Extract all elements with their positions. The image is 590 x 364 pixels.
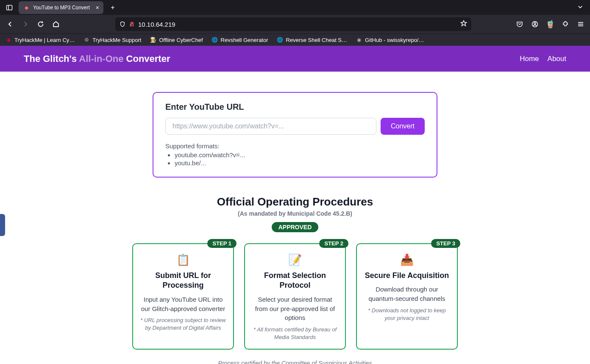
converter-card: Enter YouTube URL Convert Supported form…: [153, 92, 437, 178]
insecure-lock-icon: [129, 21, 135, 27]
bookmark-tryhackme-support[interactable]: ⚙ TryHackMe Support: [81, 36, 143, 44]
convert-button[interactable]: Convert: [381, 118, 425, 135]
browser-tab[interactable]: ◆ YouTube to MP3 Convert ×: [19, 1, 103, 14]
supported-item: youtu.be/...: [175, 159, 425, 167]
bookmarks-bar: ◆ TryHackMe | Learn Cy… ⚙ TryHackMe Supp…: [0, 33, 590, 46]
bookmark-favicon-icon: ◉: [356, 36, 362, 43]
procedures-title: Official Operating Procedures: [0, 195, 590, 208]
edge-widget[interactable]: [0, 214, 5, 236]
clipboard-icon: 📋: [140, 253, 226, 267]
shield-icon: [120, 21, 125, 27]
brand-text-prefix: The Glitch's: [24, 53, 79, 64]
reload-button[interactable]: [34, 17, 47, 31]
step-desc: Input any YouTube URL into our Glitch-ap…: [140, 295, 226, 314]
step-title: Submit URL for Processing: [140, 271, 226, 291]
nav-about[interactable]: About: [548, 55, 566, 63]
svg-point-6: [534, 22, 536, 24]
url-bar[interactable]: 10.10.64.219: [115, 17, 471, 31]
home-button[interactable]: [49, 17, 63, 31]
close-tab-button[interactable]: ×: [96, 4, 99, 11]
svg-rect-0: [7, 5, 12, 10]
bookmark-favicon-icon: ◆: [5, 36, 12, 43]
step-title: Format Selection Protocol: [252, 271, 338, 291]
inbox-icon: 📥: [364, 253, 450, 267]
bookmark-cyberchef[interactable]: 👨‍🍳 Offline CyberChef: [148, 36, 204, 44]
step-badge: STEP 1: [207, 239, 237, 248]
site-brand[interactable]: The Glitch's All-in-One Converter: [24, 53, 170, 64]
new-tab-button[interactable]: +: [107, 2, 119, 14]
step-title: Secure File Acquisition: [364, 271, 450, 281]
footer-note-1: Process certified by the Committee of Su…: [0, 359, 590, 364]
card-title: Enter YouTube URL: [165, 102, 425, 112]
tab-favicon-icon: ◆: [23, 4, 30, 11]
extension-noscript-icon[interactable]: 🧋: [544, 18, 556, 30]
forward-button[interactable]: [19, 17, 32, 31]
browser-toolbar: 10.10.64.219 🧋: [0, 15, 590, 33]
bookmark-label: Revshell Generator: [221, 37, 268, 43]
back-button[interactable]: [3, 17, 17, 31]
brand-text-highlight: All-in-One: [79, 53, 123, 64]
bookmark-label: Reverse Shell Cheat S…: [286, 37, 348, 43]
youtube-url-input[interactable]: [165, 118, 376, 135]
page-content: The Glitch's All-in-One Converter Home A…: [0, 46, 590, 364]
bookmark-label: GitHub - swisskyrepo/…: [365, 37, 424, 43]
supported-formats: Supported formats: youtube.com/watch?v=.…: [165, 142, 425, 167]
supported-label: Supported formats:: [165, 142, 425, 150]
step-desc: Download through our quantum-secured cha…: [364, 285, 450, 303]
list-tabs-button[interactable]: [577, 4, 583, 11]
bookmark-star-icon[interactable]: [460, 20, 467, 28]
step-note: * All formats certified by Bureau of Med…: [252, 326, 338, 341]
nav-home[interactable]: Home: [520, 55, 539, 63]
pocket-icon[interactable]: [514, 18, 526, 30]
bookmark-revshell[interactable]: 🌐 Revshell Generator: [210, 36, 270, 44]
step-desc: Select your desired format from our pre-…: [252, 295, 338, 322]
step-note: * Downloads not logged to keep your priv…: [364, 307, 450, 322]
bookmark-github[interactable]: ◉ GitHub - swisskyrepo/…: [354, 36, 426, 44]
svg-marker-4: [461, 21, 467, 26]
tab-title: YouTube to MP3 Convert: [33, 5, 92, 11]
bookmark-favicon-icon: ⚙: [83, 36, 90, 43]
step-card-1: STEP 1 📋 Submit URL for Processing Input…: [132, 243, 234, 350]
bookmark-label: TryHackMe | Learn Cy…: [14, 37, 75, 43]
bookmark-tryhackme[interactable]: ◆ TryHackMe | Learn Cy…: [3, 36, 76, 44]
step-card-2: STEP 2 📝 Format Selection Protocol Selec…: [244, 243, 346, 350]
bookmark-favicon-icon: 🌐: [277, 36, 284, 43]
menu-icon[interactable]: [575, 18, 587, 30]
step-badge: STEP 2: [319, 239, 348, 248]
brand-text-suffix: Converter: [123, 53, 170, 64]
bookmark-revshell-cheat[interactable]: 🌐 Reverse Shell Cheat S…: [275, 36, 349, 44]
memo-icon: 📝: [252, 253, 338, 267]
steps-row: STEP 1 📋 Submit URL for Processing Input…: [132, 243, 458, 350]
step-card-3: STEP 3 📥 Secure File Acquisition Downloa…: [356, 243, 458, 350]
procedures-subtitle: (As mandated by Municipal Code 45.2.B): [0, 210, 590, 217]
step-note: * URL processing subject to review by De…: [140, 317, 226, 332]
bookmark-label: TryHackMe Support: [92, 37, 141, 43]
browser-titlebar: ◆ YouTube to MP3 Convert × +: [0, 0, 590, 15]
footer-notes: Process certified by the Committee of Su…: [0, 359, 590, 364]
site-navbar: The Glitch's All-in-One Converter Home A…: [0, 46, 590, 72]
url-text: 10.10.64.219: [138, 21, 457, 28]
extensions-icon[interactable]: [559, 18, 571, 30]
bookmark-label: Offline CyberChef: [159, 37, 203, 43]
bookmark-favicon-icon: 👨‍🍳: [150, 36, 156, 43]
sidebar-toggle-button[interactable]: [3, 2, 15, 14]
account-icon[interactable]: [529, 18, 541, 30]
approved-badge: APPROVED: [272, 222, 319, 232]
bookmark-favicon-icon: 🌐: [212, 36, 218, 43]
supported-item: youtube.com/watch?v=...: [175, 151, 425, 158]
step-badge: STEP 3: [431, 239, 460, 248]
